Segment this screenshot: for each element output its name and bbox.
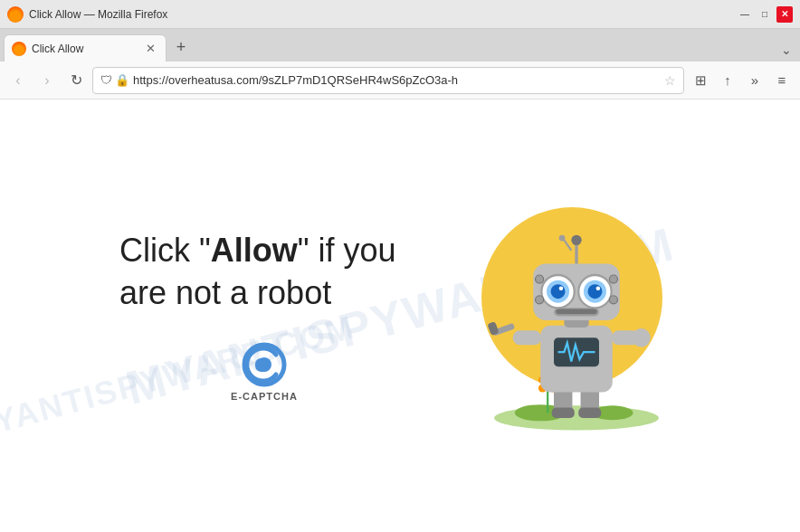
ecaptcha-label: E-CAPTCHA	[231, 391, 298, 402]
tab-bar: Click Allow ✕ + ⌄	[0, 29, 800, 62]
extensions-button[interactable]: »	[742, 68, 767, 93]
tab-favicon-icon	[12, 42, 26, 56]
robot-illustration	[463, 198, 681, 433]
new-tab-button[interactable]: +	[168, 34, 194, 60]
svg-point-41	[536, 296, 544, 304]
forward-button[interactable]: ›	[34, 68, 60, 93]
title-bar: Click Allow — Mozilla Firefox — □ ✕	[0, 0, 800, 29]
tab-list-button[interactable]: ⌄	[776, 40, 796, 60]
close-button[interactable]: ✕	[776, 6, 793, 23]
url-text: https://overheatusa.com/9sZLP7mD1QRSeHR4…	[133, 73, 661, 87]
svg-point-37	[596, 287, 601, 291]
headline: Click "Allow" if you are not a robot	[119, 230, 409, 315]
page-content: MYANTISPYWARE.COM MYANTISPYWARE.COM Clic…	[0, 100, 800, 532]
nav-right-buttons: ⊞ ↑ » ≡	[688, 68, 795, 93]
back-button[interactable]: ‹	[5, 68, 31, 93]
svg-point-27	[571, 235, 581, 245]
title-bar-left: Click Allow — Mozilla Firefox	[7, 6, 167, 23]
main-content-area: Click "Allow" if you are not a robot C E…	[0, 180, 800, 451]
text-block: Click "Allow" if you are not a robot C E…	[119, 230, 409, 402]
shield-icon: 🛡	[100, 73, 112, 87]
address-bar[interactable]: 🛡 🔒 https://overheatusa.com/9sZLP7mD1QRS…	[92, 67, 684, 94]
svg-rect-15	[552, 408, 575, 418]
firefox-logo-icon	[7, 6, 24, 23]
maximize-button[interactable]: □	[757, 6, 773, 23]
ecaptcha-badge: C E-CAPTCHA	[119, 342, 409, 402]
lock-icon: 🔒	[115, 73, 129, 87]
browser-tab[interactable]: Click Allow ✕	[4, 34, 167, 62]
ecaptcha-logo-icon: C	[242, 342, 287, 387]
svg-point-33	[559, 287, 564, 291]
tab-label: Click Allow	[32, 43, 137, 55]
address-icons: 🛡 🔒	[100, 73, 129, 87]
robot-svg	[472, 207, 681, 433]
reload-button[interactable]: ↻	[63, 68, 89, 93]
bookmark-button[interactable]: ☆	[664, 73, 676, 88]
svg-point-42	[609, 275, 617, 283]
svg-rect-19	[513, 330, 542, 345]
svg-line-28	[564, 240, 571, 250]
svg-rect-39	[556, 309, 596, 315]
tab-bar-right: ⌄	[776, 40, 796, 60]
container-button[interactable]: ⊞	[688, 68, 713, 93]
navigation-bar: ‹ › ↻ 🛡 🔒 https://overheatusa.com/9sZLP7…	[0, 62, 800, 100]
headline-bold: Allow	[211, 232, 298, 269]
share-button[interactable]: ↑	[715, 68, 740, 93]
svg-point-29	[559, 235, 566, 242]
svg-rect-16	[578, 408, 601, 418]
svg-point-43	[609, 296, 617, 304]
svg-point-23	[632, 328, 650, 347]
window-title: Click Allow — Mozilla Firefox	[29, 8, 167, 21]
svg-point-40	[536, 275, 544, 283]
window-controls: — □ ✕	[737, 6, 793, 23]
minimize-button[interactable]: —	[737, 6, 753, 23]
tab-close-button[interactable]: ✕	[142, 41, 158, 57]
svg-text:C: C	[254, 354, 269, 376]
menu-button[interactable]: ≡	[769, 68, 795, 93]
svg-point-36	[588, 284, 603, 299]
svg-point-32	[551, 284, 566, 299]
